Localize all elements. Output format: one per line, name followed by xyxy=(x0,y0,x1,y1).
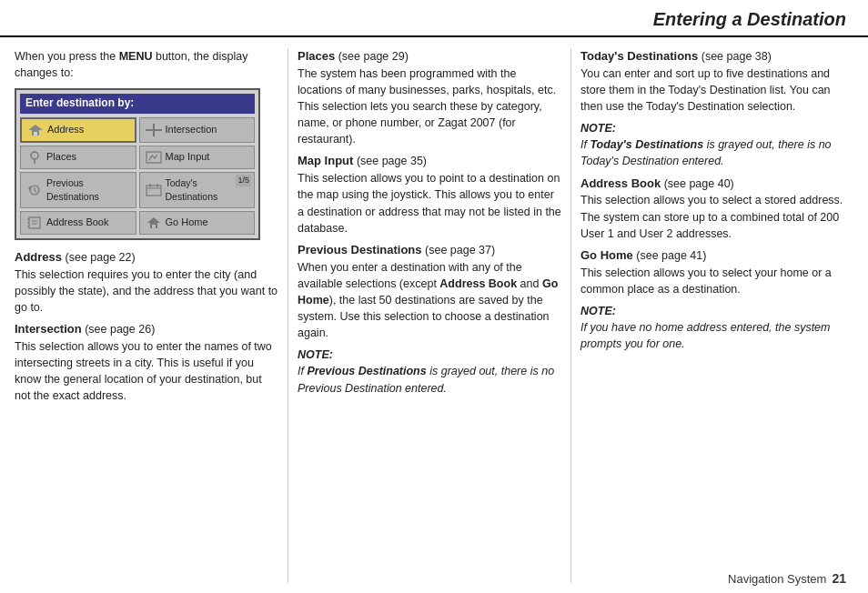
prev-dest-note-text: If Previous Destinations is grayed out, … xyxy=(298,365,554,394)
address-page: (see page 22) xyxy=(66,251,136,264)
page-title: Entering a Destination xyxy=(0,0,868,37)
todays-dest-badge: 1/5 xyxy=(236,175,251,186)
address-book-body: This selection allows you to select a st… xyxy=(580,194,843,239)
ui-cell-go-home[interactable]: Go Home xyxy=(139,211,256,235)
ui-label-address-book: Address Book xyxy=(46,216,108,230)
address-book-icon xyxy=(26,216,43,229)
column-2: Places (see page 29) The system has been… xyxy=(288,48,570,583)
ui-box-title: Enter destination by: xyxy=(20,94,255,113)
map-input-page: (see page 35) xyxy=(357,155,427,167)
todays-dest-icon xyxy=(146,184,162,196)
intersection-body: This selection allows you to enter the n… xyxy=(15,340,272,402)
ui-label-places: Places xyxy=(46,150,76,165)
ui-cell-previous-dest[interactable]: PreviousDestinations xyxy=(20,172,136,208)
places-icon xyxy=(26,151,43,164)
page-footer: Navigation System 21 xyxy=(728,571,846,586)
ui-mockup: Enter destination by: Address xyxy=(15,88,260,240)
ui-cell-address[interactable]: Address xyxy=(20,117,136,143)
intersection-heading: Intersection xyxy=(15,322,82,336)
ui-label-intersection: Intersection xyxy=(166,123,217,137)
svg-rect-4 xyxy=(146,129,162,131)
ui-grid: Address Intersection xyxy=(20,117,255,235)
intersection-icon xyxy=(146,124,162,136)
footer-brand: Navigation System xyxy=(728,572,826,586)
svg-point-5 xyxy=(31,152,38,159)
go-home-note: NOTE: If you have no home address entere… xyxy=(580,303,844,352)
ui-cell-address-book[interactable]: Address Book xyxy=(20,211,136,235)
column-1: When you press the MENU button, the disp… xyxy=(15,48,288,583)
ui-cell-map-input[interactable]: Map Input xyxy=(139,146,256,169)
go-home-section: Go Home (see page 41) This selection all… xyxy=(580,247,844,297)
go-home-heading: Go Home xyxy=(580,248,633,262)
address-book-heading: Address Book xyxy=(580,176,661,190)
todays-dest-body: You can enter and sort up to five destin… xyxy=(580,67,831,113)
prev-dest-note-label: NOTE: xyxy=(298,348,333,361)
todays-note-label: NOTE: xyxy=(580,122,616,135)
todays-dest-heading: Today's Destinations xyxy=(580,49,698,63)
ui-label-go-home: Go Home xyxy=(166,216,208,230)
ui-label-map-input: Map Input xyxy=(166,150,210,165)
footer-page-number: 21 xyxy=(832,571,846,586)
map-input-section: Map Input (see page 35) This selection a… xyxy=(298,153,561,236)
ui-cell-places[interactable]: Places xyxy=(20,146,136,169)
svg-marker-0 xyxy=(28,125,43,130)
todays-note: NOTE: If Today's Destinations is grayed … xyxy=(580,120,844,169)
places-heading: Places xyxy=(298,49,335,63)
address-book-section: Address Book (see page 40) This selectio… xyxy=(580,176,844,242)
column-3: Today's Destinations (see page 38) You c… xyxy=(570,48,853,583)
map-input-icon xyxy=(146,151,162,164)
go-home-body: This selection allows you to select your… xyxy=(580,266,832,296)
map-input-heading: Map Input xyxy=(298,154,353,167)
todays-note-text: If Today's Destinations is grayed out, t… xyxy=(580,138,832,167)
address-icon xyxy=(27,124,44,136)
go-home-note-text: If you have no home address entered, the… xyxy=(580,321,830,350)
places-page: (see page 29) xyxy=(338,50,409,63)
todays-dest-section: Today's Destinations (see page 38) You c… xyxy=(580,48,844,115)
svg-rect-2 xyxy=(34,132,37,136)
go-home-note-label: NOTE: xyxy=(580,305,616,317)
address-body: This selection requires you to enter the… xyxy=(15,268,278,314)
prev-dest-note: NOTE: If Previous Destinations is grayed… xyxy=(298,347,561,396)
svg-rect-13 xyxy=(29,217,40,228)
todays-dest-page: (see page 38) xyxy=(701,50,772,63)
ui-cell-todays-dest[interactable]: Today'sDestinations 1/5 xyxy=(139,172,256,208)
intersection-section: Intersection (see page 26) This selectio… xyxy=(15,321,278,404)
ui-label-todays-dest: Today'sDestinations xyxy=(166,176,218,204)
prev-dest-section: Previous Destinations (see page 37) When… xyxy=(298,242,561,341)
intersection-page: (see page 26) xyxy=(85,323,155,336)
svg-rect-9 xyxy=(146,186,161,196)
svg-marker-19 xyxy=(147,217,160,223)
ui-label-address: Address xyxy=(47,123,84,137)
prev-dest-heading: Previous Destinations xyxy=(298,243,422,256)
map-input-body: This selection allows you to point to a … xyxy=(298,172,561,234)
ui-cell-intersection[interactable]: Intersection xyxy=(139,117,256,143)
ui-label-previous-dest: PreviousDestinations xyxy=(46,176,99,204)
prev-dest-page: (see page 37) xyxy=(425,244,495,256)
address-book-page: (see page 40) xyxy=(664,177,734,190)
intro-text: When you press the MENU button, the disp… xyxy=(15,48,278,81)
address-heading: Address xyxy=(15,250,62,264)
places-body: The system has been programmed with the … xyxy=(298,67,556,146)
previous-dest-icon xyxy=(26,184,43,196)
address-section: Address (see page 22) This selection req… xyxy=(15,249,278,316)
svg-rect-21 xyxy=(152,225,156,228)
places-section: Places (see page 29) The system has been… xyxy=(298,48,561,147)
go-home-page: (see page 41) xyxy=(636,249,706,262)
go-home-icon xyxy=(146,216,162,229)
